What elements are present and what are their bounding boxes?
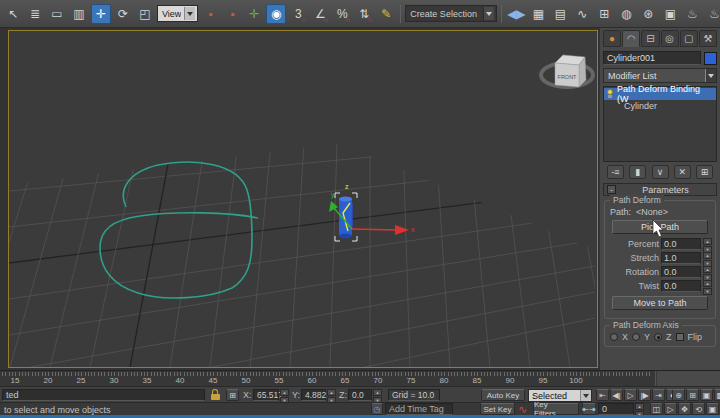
move-to-path-button[interactable]: Move to Path bbox=[612, 296, 708, 310]
tab-modify-button[interactable]: ◠ bbox=[622, 30, 640, 47]
tab-create-button[interactable]: ● bbox=[603, 30, 621, 47]
visibility-bulb-icon[interactable] bbox=[606, 89, 614, 99]
go-to-end-button[interactable]: ⇥ bbox=[652, 389, 665, 401]
rotation-spin-buttons[interactable]: ▲▼ bbox=[703, 266, 712, 278]
schematic-view-button[interactable]: ⊞ bbox=[594, 4, 614, 24]
render-setup-button[interactable]: ⊛ bbox=[638, 4, 658, 24]
object-name-field[interactable]: Cylinder001 bbox=[603, 51, 701, 65]
coord-y-field[interactable]: 4.882 bbox=[301, 389, 326, 401]
zoom-all-button[interactable]: ⊞ bbox=[686, 389, 699, 401]
modifier-list-dropdown[interactable]: Modifier List bbox=[603, 68, 717, 83]
object-color-swatch[interactable] bbox=[704, 52, 717, 65]
rendered-frame-window-button[interactable]: ▣ bbox=[660, 4, 680, 24]
coord-x-spinner[interactable]: ▲▼ bbox=[280, 389, 289, 401]
path-spline[interactable] bbox=[100, 162, 258, 298]
zoom-extents-button[interactable]: ▣ bbox=[700, 389, 713, 401]
maximize-viewport-toggle-button[interactable]: ▣ bbox=[706, 403, 719, 415]
render-production-button[interactable]: ♨ bbox=[682, 4, 702, 24]
use-pivot-point-center-button[interactable]: ▪ bbox=[200, 4, 220, 24]
absolute-offset-toggle[interactable]: ⊞ bbox=[226, 389, 239, 401]
flip-checkbox[interactable] bbox=[676, 333, 684, 341]
key-filters-button[interactable]: Key Filters... bbox=[533, 403, 579, 415]
remove-modifier-button[interactable]: ✕ bbox=[674, 165, 691, 179]
perspective-viewport[interactable]: z y x FRONT bbox=[8, 30, 598, 368]
select-and-uniform-scale-button[interactable]: ◰ bbox=[135, 4, 155, 24]
selection-region-button[interactable]: ▭ bbox=[47, 4, 67, 24]
render-iterative-button[interactable]: ♨ bbox=[704, 4, 720, 24]
dropdown-arrow-icon[interactable] bbox=[184, 7, 195, 20]
rotation-field[interactable]: 0.0 bbox=[661, 266, 701, 278]
coord-z-spinner[interactable]: ▲▼ bbox=[373, 389, 382, 401]
edit-named-selection-sets-button[interactable]: ✎ bbox=[376, 4, 396, 24]
spinner-snap-toggle-button[interactable]: ⇅∩ bbox=[354, 4, 374, 24]
add-time-tag-field[interactable]: Add Time Tag bbox=[385, 403, 453, 415]
modifier-stack-row-path-deform[interactable]: Path Deform Binding (W bbox=[604, 88, 716, 100]
select-and-rotate-button[interactable]: ⟳ bbox=[113, 4, 133, 24]
window-crossing-toggle-button[interactable]: ▥ bbox=[69, 4, 89, 24]
tab-hierarchy-button[interactable]: ⊟ bbox=[641, 30, 659, 47]
configure-modifier-sets-button[interactable]: ⊞ bbox=[696, 165, 713, 179]
current-frame-field[interactable]: 0 bbox=[598, 403, 634, 415]
timeline-ruler[interactable]: 1520253035404550556065707580859095100 bbox=[0, 371, 656, 387]
selection-lock-icon[interactable] bbox=[211, 389, 221, 401]
auto-key-button[interactable]: Auto Key bbox=[481, 389, 525, 401]
angle-snap-toggle-button[interactable]: ∠∩ bbox=[310, 4, 330, 24]
select-object-button[interactable]: ↖ bbox=[3, 4, 23, 24]
dropdown-arrow-icon[interactable] bbox=[483, 7, 494, 20]
select-by-name-button[interactable]: ≣ bbox=[25, 4, 45, 24]
material-editor-button[interactable]: ◍ bbox=[616, 4, 636, 24]
set-key-button[interactable]: Set Key bbox=[480, 403, 515, 415]
key-step-icon[interactable]: ⇤⇥ bbox=[582, 403, 596, 415]
percent-snap-toggle-button[interactable]: %∩ bbox=[332, 4, 352, 24]
snap-3d-button[interactable]: 3∩ bbox=[288, 4, 308, 24]
align-icon: ▦ bbox=[533, 8, 544, 20]
cylinder-object[interactable] bbox=[339, 197, 352, 239]
axis-x-radio[interactable] bbox=[610, 333, 618, 341]
orbit-button[interactable]: ⟲ bbox=[692, 403, 705, 415]
next-frame-button[interactable]: |▶ bbox=[638, 389, 651, 401]
pin-stack-button[interactable]: -≡ bbox=[607, 165, 624, 179]
align-button[interactable]: ▦ bbox=[528, 4, 548, 24]
previous-frame-button[interactable]: ◀| bbox=[610, 389, 623, 401]
go-to-start-button[interactable]: ⇤ bbox=[596, 389, 609, 401]
tab-utilities-button[interactable]: ⚒ bbox=[699, 30, 717, 47]
twist-spin-buttons[interactable]: ▲▼ bbox=[703, 280, 712, 292]
named-selection-set-dropdown[interactable]: Create Selection Se bbox=[405, 5, 497, 22]
viewcube[interactable]: FRONT bbox=[541, 55, 593, 87]
field-of-view-button[interactable]: ▷ bbox=[664, 403, 677, 415]
layer-manager-button[interactable]: ▤ bbox=[550, 4, 570, 24]
show-end-result-button[interactable]: ▮ bbox=[629, 165, 646, 179]
select-and-manipulate-button[interactable]: ✛ bbox=[244, 4, 264, 24]
time-tag-icon[interactable]: ◷ bbox=[371, 403, 383, 415]
percent-field[interactable]: 0.0 bbox=[661, 238, 701, 250]
collapse-icon[interactable]: - bbox=[607, 185, 616, 194]
zoom-button[interactable]: ⊕ bbox=[672, 389, 685, 401]
play-animation-button[interactable]: ▷ bbox=[624, 389, 637, 401]
select-and-move-button[interactable]: ✛ bbox=[91, 4, 111, 24]
tab-display-button[interactable]: ▢ bbox=[680, 30, 698, 47]
stretch-field[interactable]: 1.0 bbox=[661, 252, 701, 264]
dropdown-arrow-icon[interactable] bbox=[705, 69, 716, 82]
coord-x-field[interactable]: 65.517 bbox=[253, 389, 279, 401]
pick-path-button[interactable]: Pick Path bbox=[612, 220, 708, 234]
percent-spin-buttons[interactable]: ▲▼ bbox=[703, 238, 712, 250]
pan-view-button[interactable]: ✥ bbox=[678, 403, 691, 415]
snaps-toggle-3d-button[interactable]: ◉ bbox=[266, 4, 286, 24]
twist-field[interactable]: 0.0 bbox=[661, 280, 701, 292]
zoom-extents-all-button[interactable]: ▩ bbox=[714, 389, 720, 401]
frame-spinner[interactable]: ▲▼ bbox=[635, 403, 644, 415]
coord-y-spinner[interactable]: ▲▼ bbox=[327, 389, 336, 401]
make-unique-button[interactable]: ∨ bbox=[652, 165, 669, 179]
coord-z-field[interactable]: 0.0 bbox=[348, 389, 372, 401]
axis-y-radio[interactable] bbox=[632, 333, 640, 341]
dropdown-arrow-icon[interactable] bbox=[580, 390, 591, 401]
graph-editors-button[interactable]: ∿ bbox=[572, 4, 592, 24]
zoom-region-button[interactable]: ◫ bbox=[650, 403, 663, 415]
tab-motion-button[interactable]: ◎ bbox=[661, 30, 679, 47]
use-selection-center-button[interactable]: ▪ bbox=[222, 4, 242, 24]
reference-coordinate-dropdown[interactable]: View bbox=[157, 5, 198, 22]
viewport-canvas[interactable]: z y x FRONT bbox=[9, 31, 597, 367]
stretch-spin-buttons[interactable]: ▲▼ bbox=[703, 252, 712, 264]
axis-z-radio[interactable] bbox=[654, 333, 662, 341]
mirror-button[interactable]: ◀▶ bbox=[506, 4, 526, 24]
